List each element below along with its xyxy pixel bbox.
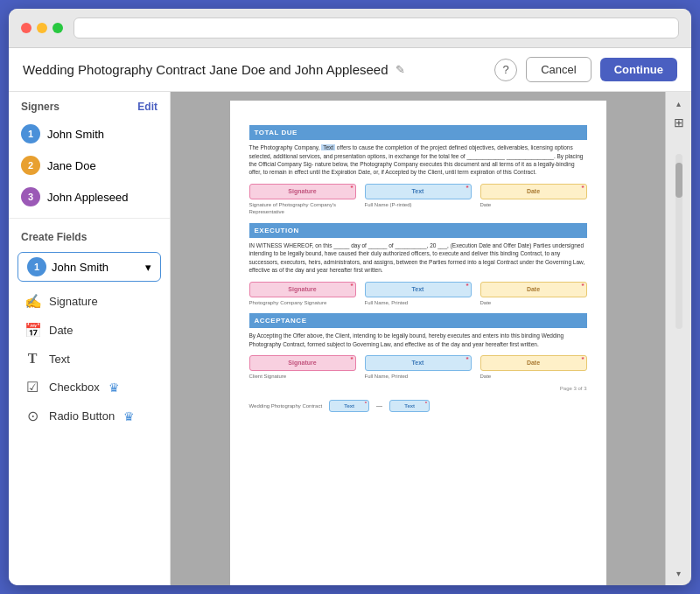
field-item-checkbox[interactable]: ☑ Checkbox ♛ bbox=[9, 373, 170, 402]
chevron-down-icon: ▾ bbox=[145, 261, 151, 274]
text-field-label-2: Full Name, Printed bbox=[365, 299, 472, 306]
main-area: Signers Edit 1 John Smith 2 Jane Doe 3 J… bbox=[9, 92, 691, 585]
minimize-button[interactable] bbox=[37, 23, 47, 33]
execution-text: IN WITNESS WHEREOF, on this _____ day of… bbox=[249, 241, 587, 275]
text-field-3[interactable]: Text * bbox=[365, 355, 472, 371]
scroll-down-icon[interactable]: ▾ bbox=[676, 569, 681, 578]
dropdown-signer-name: John Smith bbox=[52, 261, 108, 274]
scrollbar-thumb[interactable] bbox=[676, 163, 682, 198]
signer-name-3: John Appleseed bbox=[47, 191, 129, 204]
edit-title-icon[interactable]: ✎ bbox=[396, 63, 405, 76]
signer-name-1: John Smith bbox=[47, 128, 104, 141]
help-button[interactable]: ? bbox=[494, 59, 517, 81]
create-fields-label: Create Fields bbox=[9, 224, 170, 247]
footer-text-field-2[interactable]: Text * bbox=[389, 400, 430, 412]
dropdown-left: 1 John Smith bbox=[27, 257, 108, 276]
sig-label-2: Signature bbox=[288, 285, 316, 294]
text-label-3: Text bbox=[412, 359, 424, 367]
titlebar bbox=[9, 9, 691, 48]
signature-icon: ✍ bbox=[24, 293, 40, 310]
dropdown-badge: 1 bbox=[27, 257, 46, 276]
execution-field-labels: Photography Company Signature Full Name,… bbox=[249, 299, 587, 306]
date-label-3: Date bbox=[527, 359, 540, 367]
text-field-1[interactable]: Text * bbox=[365, 184, 472, 199]
scrollbar-track bbox=[676, 154, 682, 329]
url-bar[interactable] bbox=[74, 17, 679, 38]
active-signer-dropdown[interactable]: 1 John Smith ▾ bbox=[18, 252, 161, 282]
premium-icon-checkbox: ♛ bbox=[108, 381, 120, 395]
text-label-1: Text bbox=[412, 187, 424, 196]
signer-item-john-appleseed[interactable]: 3 John Appleseed bbox=[9, 181, 170, 213]
date-icon: 📅 bbox=[24, 322, 40, 339]
header-actions: ? Cancel Continue bbox=[494, 57, 677, 82]
text-field-label-3: Full Name, Printed bbox=[365, 373, 472, 380]
field-label-checkbox: Checkbox bbox=[49, 381, 100, 394]
field-label-text: Text bbox=[49, 353, 70, 366]
footer-text-field-1[interactable]: Text * bbox=[329, 400, 369, 412]
execution-header: EXECUTION bbox=[249, 223, 587, 238]
text-field-label-1: Full Name (P-rinted) bbox=[365, 201, 472, 216]
total-due-text: The Photography Company, Text offers to … bbox=[249, 143, 587, 177]
grid-icon[interactable]: ⊞ bbox=[674, 115, 684, 129]
signers-section-header: Signers Edit bbox=[9, 92, 170, 118]
sidebar-divider bbox=[9, 218, 170, 219]
date-field-1[interactable]: Date * bbox=[480, 184, 587, 199]
text-field-2[interactable]: Text * bbox=[365, 282, 472, 297]
signers-edit-link[interactable]: Edit bbox=[137, 101, 158, 113]
field-item-text[interactable]: T Text bbox=[9, 345, 170, 373]
text-icon: T bbox=[24, 351, 40, 367]
date-field-label-3: Date bbox=[480, 373, 587, 380]
content-area: TOTAL DUE The Photography Company, Text … bbox=[171, 92, 691, 585]
signature-field-2[interactable]: Signature * bbox=[249, 282, 356, 297]
footer-row: Wedding Photography Contract Text * — Te… bbox=[249, 400, 587, 412]
date-field-2[interactable]: Date * bbox=[480, 282, 587, 297]
sig-field-label-1: Signature of Photography Company's Repre… bbox=[249, 201, 356, 216]
text-label-2: Text bbox=[412, 285, 424, 294]
field-label-date: Date bbox=[49, 324, 73, 337]
signature-field-1[interactable]: Signature * bbox=[249, 184, 356, 199]
field-item-radio[interactable]: ⊙ Radio Button ♛ bbox=[9, 402, 170, 430]
header-title-area: Wedding Photography Contract Jane Doe an… bbox=[23, 62, 405, 77]
signer-item-john-smith[interactable]: 1 John Smith bbox=[9, 118, 170, 150]
acceptance-fields: Signature * Text * Date * bbox=[249, 355, 587, 371]
date-label-1: Date bbox=[527, 187, 540, 196]
date-label-2: Date bbox=[527, 285, 540, 294]
sig-label-1: Signature bbox=[288, 187, 316, 196]
checkbox-icon: ☑ bbox=[24, 379, 40, 395]
field-label-signature: Signature bbox=[49, 295, 98, 308]
premium-icon-radio: ♛ bbox=[123, 409, 135, 423]
signer-badge-2: 2 bbox=[21, 156, 40, 175]
acceptance-text: By Accepting the Offer above, the Client… bbox=[249, 332, 587, 348]
acceptance-field-labels: Client Signature Full Name, Printed Date bbox=[249, 373, 587, 380]
main-window: Wedding Photography Contract Jane Doe an… bbox=[9, 9, 691, 585]
signer-item-jane-doe[interactable]: 2 Jane Doe bbox=[9, 150, 170, 181]
date-field-label-2: Date bbox=[480, 299, 587, 306]
document-title: Wedding Photography Contract Jane Doe an… bbox=[23, 62, 388, 77]
total-due-field-labels: Signature of Photography Company's Repre… bbox=[249, 201, 587, 216]
sig-field-label-3: Client Signature bbox=[249, 373, 356, 380]
execution-fields: Signature * Text * Date * bbox=[249, 282, 587, 297]
acceptance-header: ACCEPTANCE bbox=[249, 313, 587, 328]
sig-label-3: Signature bbox=[288, 359, 316, 367]
app-header: Wedding Photography Contract Jane Doe an… bbox=[9, 48, 691, 92]
signer-name-2: Jane Doe bbox=[47, 159, 96, 172]
cancel-button[interactable]: Cancel bbox=[526, 57, 591, 82]
scroll-up-icon[interactable]: ▴ bbox=[676, 99, 681, 108]
signer-badge-1: 1 bbox=[21, 124, 40, 143]
total-due-header: TOTAL DUE bbox=[249, 125, 587, 140]
total-due-fields: Signature * Text * Date * bbox=[249, 184, 587, 199]
signature-field-3[interactable]: Signature * bbox=[249, 355, 356, 371]
traffic-lights bbox=[21, 23, 63, 33]
field-item-date[interactable]: 📅 Date bbox=[9, 316, 170, 345]
date-field-3[interactable]: Date * bbox=[480, 355, 587, 371]
continue-button[interactable]: Continue bbox=[600, 58, 677, 81]
signer-badge-3: 3 bbox=[21, 187, 40, 206]
maximize-button[interactable] bbox=[52, 23, 63, 33]
field-item-signature[interactable]: ✍ Signature bbox=[9, 287, 170, 316]
footer-label: Wedding Photography Contract bbox=[249, 402, 323, 409]
footer-and: — bbox=[376, 402, 382, 410]
close-button[interactable] bbox=[21, 23, 32, 33]
sidebar: Signers Edit 1 John Smith 2 Jane Doe 3 J… bbox=[9, 92, 171, 585]
date-field-label-1: Date bbox=[480, 201, 587, 216]
document-scroll[interactable]: TOTAL DUE The Photography Company, Text … bbox=[171, 92, 665, 585]
